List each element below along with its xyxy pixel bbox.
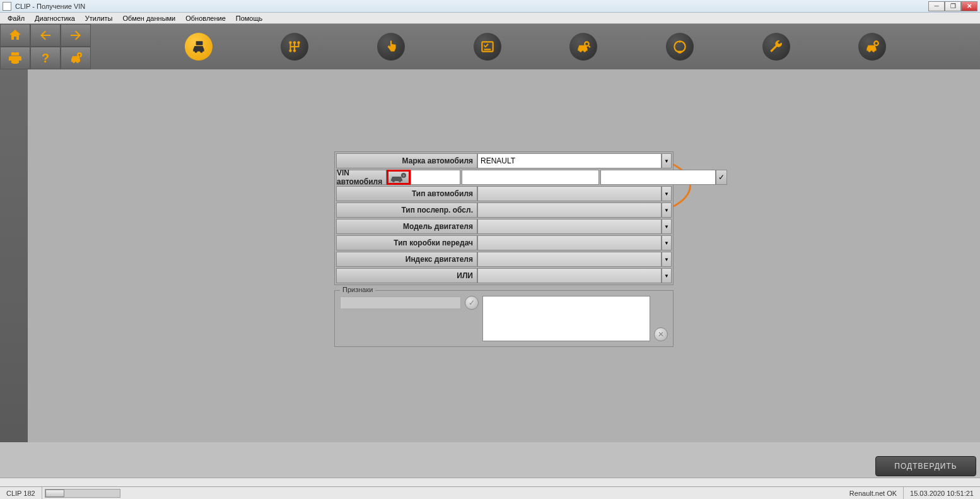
status-datetime: 15.03.2020 10:51:21 [904, 487, 980, 499]
print-button[interactable] [0, 47, 30, 69]
svg-text:?: ? [42, 51, 49, 65]
checklist-button[interactable] [474, 33, 501, 61]
vehicle-id-button[interactable] [185, 33, 213, 61]
svg-point-10 [585, 42, 589, 46]
form-row: Тип послепр. обсл.▼ [336, 203, 672, 218]
menu-file[interactable]: Файл [4, 13, 28, 23]
arrow-right-icon [68, 28, 83, 43]
confirm-bar: ПОДТВЕРДИТЬ [875, 456, 976, 476]
icon-toolbar: ? ? [0, 24, 980, 69]
features-textarea[interactable] [482, 296, 650, 341]
form-label: Тип коробки передач [336, 235, 477, 250]
menu-bar: Файл Диагностика Утилиты Обмен данными О… [0, 13, 980, 24]
wrench-icon [768, 38, 785, 55]
car-help-button[interactable]: ? [61, 47, 91, 69]
window-title: CLIP - Получение VIN [15, 3, 85, 10]
form-label: ИЛИ [336, 268, 477, 283]
dropdown-arrow-icon[interactable]: ▼ [662, 153, 672, 168]
disabled-select [477, 219, 662, 234]
dropdown-arrow-icon[interactable]: ▼ [662, 252, 672, 267]
check-icon: ✓ [718, 173, 725, 182]
svg-rect-3 [195, 41, 202, 45]
bottom-separator [0, 478, 980, 486]
car-question-icon: ? [68, 50, 83, 66]
car-question-icon: ? [390, 172, 407, 182]
window-controls: ─ ❐ ✕ [928, 1, 977, 11]
confirm-button[interactable]: ПОДТВЕРДИТЬ [875, 456, 976, 476]
status-network: Renault.net OK [843, 487, 904, 499]
checklist-icon [479, 38, 496, 55]
form-label: Марка автомобиля [336, 153, 477, 168]
forward-button[interactable] [61, 24, 91, 47]
touch-icon [383, 38, 399, 55]
car-settings-button[interactable] [858, 33, 886, 61]
menu-update[interactable]: Обновление [182, 13, 230, 23]
minimize-button[interactable]: ─ [928, 1, 945, 11]
dropdown-arrow-icon[interactable]: ▼ [662, 235, 672, 250]
help-button[interactable]: ? [30, 47, 61, 69]
form-label: Тип послепр. обсл. [336, 203, 477, 218]
left-sidebar-strip [0, 69, 28, 442]
support-icon [672, 38, 688, 55]
vin-input-1[interactable] [411, 170, 460, 185]
form-row: Марка автомобиляRENAULT▼ [336, 153, 672, 168]
form-row: ИЛИ▼ [336, 268, 672, 283]
help-icon: ? [38, 50, 53, 66]
disabled-select [477, 186, 662, 201]
svg-point-6 [298, 41, 300, 44]
menu-diagnostics[interactable]: Диагностика [31, 13, 79, 23]
vin-input-3[interactable] [600, 170, 716, 185]
menu-utilities[interactable]: Утилиты [81, 13, 117, 23]
maximize-button[interactable]: ❐ [945, 1, 961, 11]
menu-data-exchange[interactable]: Обмен данными [119, 13, 180, 23]
features-legend: Признаки [340, 286, 375, 293]
status-scrollbar[interactable] [45, 489, 120, 498]
vin-detect-button[interactable]: ? [387, 170, 411, 185]
form-field: ▼ [477, 252, 672, 267]
dropdown-arrow-icon[interactable]: ▼ [662, 268, 672, 283]
car-search-button[interactable] [569, 33, 597, 61]
form-row: VIN автомобиля?✓ [336, 170, 672, 185]
disabled-select [477, 268, 662, 283]
svg-point-12 [875, 41, 879, 45]
vin-confirm-button[interactable]: ✓ [716, 170, 727, 185]
brand-select[interactable]: RENAULT [477, 153, 662, 168]
disabled-select [477, 252, 662, 267]
form-label: Индекс двигателя [336, 252, 477, 267]
wrench-button[interactable] [762, 33, 790, 61]
svg-point-4 [289, 41, 292, 44]
touch-button[interactable] [377, 33, 405, 61]
form-field: ▼ [477, 268, 672, 283]
dropdown-arrow-icon[interactable]: ▼ [662, 203, 672, 218]
support-button[interactable] [666, 33, 694, 61]
status-bar: CLIP 182 Renault.net OK 15.03.2020 10:51… [0, 486, 980, 499]
menu-help[interactable]: Помощь [232, 13, 267, 23]
close-button[interactable]: ✕ [961, 1, 977, 11]
features-fieldset: Признаки ✓ ✕ [334, 290, 674, 347]
vehicle-id-icon [190, 38, 207, 55]
form-field: ▼ [477, 219, 672, 234]
app-icon [3, 2, 11, 11]
features-confirm-button[interactable]: ✓ [465, 296, 479, 310]
gearbox-button[interactable] [281, 33, 308, 61]
vehicle-form-panel: Марка автомобиляRENAULT▼VIN автомобиля?✓… [334, 151, 674, 347]
back-button[interactable] [30, 24, 61, 47]
print-icon [8, 50, 23, 66]
check-icon: ✓ [469, 298, 475, 307]
car-search-icon [575, 38, 592, 55]
form-field: ?✓ [387, 170, 727, 185]
form-label: Тип автомобиля [336, 186, 477, 201]
form-field: ▼ [477, 235, 672, 250]
svg-point-7 [289, 49, 292, 52]
form-field: ▼ [477, 203, 672, 218]
form-row: Тип коробки передач▼ [336, 235, 672, 250]
svg-point-5 [293, 41, 296, 44]
vin-input-2[interactable] [462, 170, 599, 185]
features-clear-button[interactable]: ✕ [654, 327, 668, 341]
title-bar: CLIP - Получение VIN ─ ❐ ✕ [0, 0, 980, 13]
dropdown-arrow-icon[interactable]: ▼ [662, 219, 672, 234]
dropdown-arrow-icon[interactable]: ▼ [662, 186, 672, 201]
home-button[interactable] [0, 24, 30, 47]
vehicle-form: Марка автомобиляRENAULT▼VIN автомобиля?✓… [334, 151, 674, 285]
disabled-select [477, 235, 662, 250]
